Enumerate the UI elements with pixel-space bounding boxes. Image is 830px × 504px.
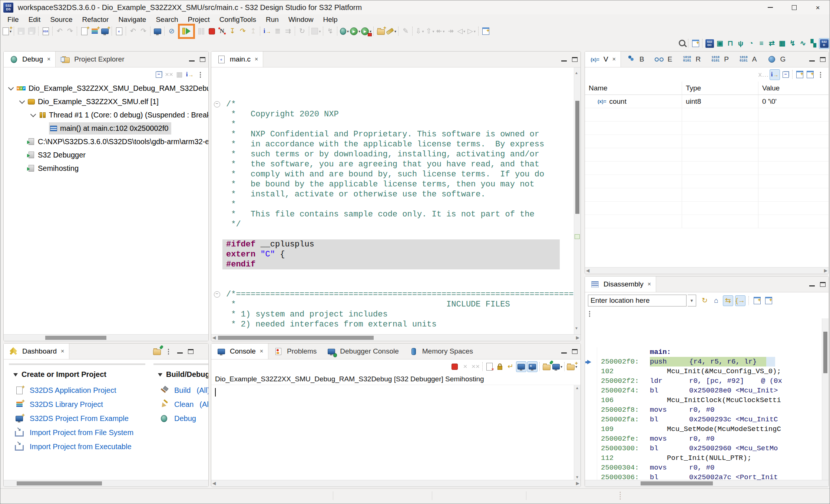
minimize-view-icon[interactable]: [189, 60, 195, 62]
column-header-name[interactable]: Name: [585, 82, 682, 94]
debug-tree-item[interactable]: C:\NXP\S32DS.3.6.0\S32DS\tools\gdb-arm\a…: [4, 135, 208, 148]
dashboard-link-clean[interactable]: Clean(All): [153, 397, 208, 411]
external-tools-icon[interactable]: ▶▾: [361, 26, 371, 36]
console-vscrollbar[interactable]: ▲ ▼: [574, 385, 581, 480]
close-tab-icon[interactable]: ×: [61, 348, 64, 355]
new-disassembly-view-icon[interactable]: +: [752, 296, 762, 306]
disassembly-line[interactable]: main:: [585, 347, 829, 357]
tab-memory-spaces[interactable]: Memory Spaces: [404, 344, 478, 359]
flash-programmer-icon[interactable]: ↯: [325, 26, 335, 36]
console-output[interactable]: ▲ ▼: [211, 385, 581, 480]
code-line[interactable]: * be bound by the applicable license ter…: [211, 179, 581, 189]
location-dropdown-icon[interactable]: ▼: [688, 295, 696, 306]
restore-from-target-icon[interactable]: ⇧▾: [425, 26, 435, 36]
tree-expander-icon[interactable]: [28, 114, 38, 116]
word-wrap-icon[interactable]: ↵: [506, 362, 515, 372]
tab-variables[interactable]: (x)=V×: [585, 52, 621, 67]
disassembly-line[interactable]: 106Mcu_InitClock(McuClockSetti: [585, 395, 829, 405]
collapse-triangle-icon[interactable]: [158, 373, 162, 377]
tab-console[interactable]: Console×: [211, 344, 268, 359]
previous-edit-location-icon[interactable]: ↶: [128, 26, 138, 36]
open-resource-icon[interactable]: +: [376, 26, 386, 36]
debug-tree-item[interactable]: main() at main.c:102 0x250002f0: [4, 122, 208, 135]
code-editor[interactable]: −/* * Copyright 2020 NXP * * NXP Confide…: [211, 67, 581, 334]
peripherals-tool-icon[interactable]: ψ: [736, 39, 745, 49]
tab-debug[interactable]: Debug×: [4, 52, 56, 67]
debug-tree-item[interactable]: Dio_Example_S32Z2XX_SMU.elf [1]: [4, 95, 208, 108]
save-all-icon[interactable]: [27, 26, 36, 36]
maximize-window-button[interactable]: [782, 0, 806, 14]
reset-icon[interactable]: N: [217, 26, 227, 36]
disassembly-icon[interactable]: [590, 279, 600, 289]
variable-row[interactable]: (x)=countuint80 '\0': [585, 95, 829, 108]
step-return-icon[interactable]: ↥: [248, 26, 258, 36]
pin-view-icon[interactable]: +: [764, 296, 773, 306]
display-selected-console-icon[interactable]: ▾: [552, 362, 562, 372]
remove-launch-icon[interactable]: ×: [460, 362, 470, 372]
code-line[interactable]: −/*=====================================…: [211, 289, 581, 299]
code-line[interactable]: * NXP Confidential and Proprietary. This…: [211, 129, 581, 139]
refresh-disassembly-icon[interactable]: ↻: [700, 296, 710, 306]
column-header-value[interactable]: Value: [758, 82, 829, 94]
code-line[interactable]: * 2) needed interfaces from external uni…: [211, 319, 581, 329]
minimize-view-icon[interactable]: [809, 60, 815, 62]
menu-project[interactable]: Project: [183, 15, 215, 24]
code-line[interactable]: * such terms or by downloading, installi…: [211, 149, 581, 159]
menu-edit[interactable]: Edit: [24, 15, 46, 24]
code-line[interactable]: *: [211, 119, 581, 129]
editor-vscrollbar[interactable]: ▲ ▼: [574, 67, 581, 334]
expressions-icon[interactable]: [654, 54, 664, 64]
ddr-tool-icon[interactable]: ▦: [777, 39, 787, 49]
show-logical-structures-icon[interactable]: i→: [770, 69, 780, 80]
minimize-view-icon[interactable]: [561, 352, 567, 354]
suspend-icon[interactable]: [196, 26, 206, 36]
code-line[interactable]: * 1) system and project includes: [211, 309, 581, 319]
fold-collapse-icon[interactable]: −: [214, 291, 220, 298]
project-explorer-icon[interactable]: [61, 54, 70, 64]
maximize-view-icon[interactable]: [820, 57, 826, 62]
tab-problems[interactable]: Problems: [268, 344, 321, 359]
code-line[interactable]: * in accordance with the applicable lice…: [211, 139, 581, 149]
memory-config-tool-icon[interactable]: ≡: [757, 39, 766, 49]
disassembly-hscrollbar[interactable]: [585, 480, 829, 487]
restart-icon[interactable]: ↻: [297, 26, 307, 36]
tab-global-variables[interactable]: G: [762, 52, 791, 67]
debug-tree-item[interactable]: NXPDio_Example_S32Z2XX_SMU_Debug_RAM_S32…: [4, 82, 208, 95]
menu-file[interactable]: File: [3, 15, 24, 24]
code-line[interactable]: [211, 229, 581, 239]
disassembly-line[interactable]: 250002fa:bl0x2500293c <Mcu_InitC: [585, 415, 829, 424]
step-filters-icon[interactable]: ⇉: [283, 26, 293, 36]
variables-icon[interactable]: (x)=: [590, 54, 600, 64]
tab-registers[interactable]: 10100101R: [677, 52, 705, 67]
pins-tool-icon[interactable]: ▣: [715, 39, 725, 49]
pin-view-icon[interactable]: +: [805, 70, 815, 80]
tab-debugger-console[interactable]: Debugger Console: [321, 344, 403, 359]
menu-search[interactable]: Search: [151, 15, 183, 24]
column-header-type[interactable]: Type: [682, 82, 758, 94]
disassembly-line[interactable]: 250002f2:ldrr0, [pc, #92] @ (0x: [585, 376, 829, 386]
tree-expander-icon[interactable]: [6, 87, 16, 90]
maximize-view-icon[interactable]: [188, 349, 194, 354]
location-input[interactable]: [588, 295, 687, 306]
disassembly-listing[interactable]: main:250002f0:push{r4, r5, r6, lr}102Mcu…: [585, 318, 829, 480]
section-header[interactable]: Create or Import Project: [13, 370, 145, 379]
minimize-window-button[interactable]: [758, 0, 782, 14]
go-to-program-counter-icon[interactable]: ⌂: [711, 296, 721, 306]
disassembly-line[interactable]: 25000306:bl0x25002a7c <Port_Init: [585, 472, 829, 480]
show-console-on-stdout-icon[interactable]: [516, 361, 526, 372]
code-line[interactable]: * install, activate or otherwise use the…: [211, 189, 581, 199]
collapse-all-icon[interactable]: −: [154, 70, 163, 80]
tab-dashboard[interactable]: Dashboard×: [4, 344, 69, 359]
search-icon[interactable]: [677, 39, 686, 49]
new-variables-view-icon[interactable]: +: [795, 70, 804, 80]
debug-tree-item[interactable]: Semihosting: [4, 162, 208, 175]
code-line[interactable]: * comply with and are bound by, such lic…: [211, 169, 581, 179]
code-line[interactable]: * Copyright 2020 NXP: [211, 109, 581, 119]
menu-navigate[interactable]: Navigate: [113, 15, 151, 24]
peripherals-alt-icon[interactable]: 10100101: [739, 54, 748, 64]
show-all-instructions-icon[interactable]: ≣: [273, 26, 282, 36]
debug-hscrollbar[interactable]: [4, 334, 208, 341]
dashboard-link-s32ds-application-project[interactable]: +S32DS Application Project: [9, 383, 145, 397]
dashboard-link-build[interactable]: Build(All): [153, 383, 208, 397]
disassembly-line[interactable]: 109Mcu_SetMode(McuModeSettingC: [585, 424, 829, 434]
